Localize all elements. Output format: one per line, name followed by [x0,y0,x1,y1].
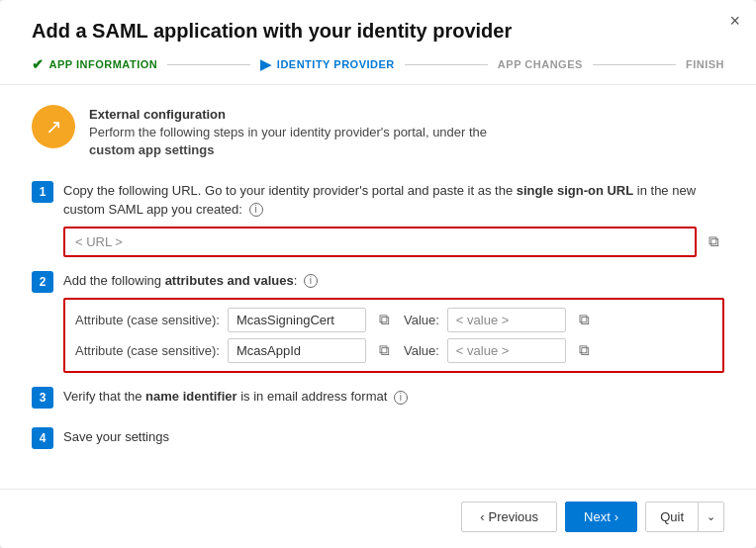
copy-icon-value-1: ⧉ [579,311,590,328]
copy-value-2-button[interactable]: ⧉ [574,339,596,361]
value-input-1[interactable] [447,308,566,332]
step-number-1: 1 [32,181,53,203]
step-description-2: Add the following attributes and values:… [63,272,724,290]
step-app-information[interactable]: ✔ APP INFORMATION [32,56,157,72]
step-line-2 [405,64,488,65]
previous-button[interactable]: ‹ Previous [461,502,557,532]
attribute-row-1: Attribute (case sensitive): ⧉ Value: ⧉ [75,308,712,332]
copy-icon-attr-2: ⧉ [379,341,390,359]
step-description-1: Copy the following URL. Go to your ident… [63,182,724,218]
step-item-4: 4 Save your settings [32,427,724,454]
attribute-input-2[interactable] [228,338,366,363]
quit-label: Quit [660,509,684,524]
copy-attr-2-button[interactable]: ⧉ [374,339,396,361]
stepper: ✔ APP INFORMATION ▶ IDENTITY PROVIDER AP… [32,56,724,72]
config-header: ↗ External configuration Perform the fol… [32,105,724,161]
step-line-1 [167,64,250,65]
value-input-2[interactable] [447,338,566,363]
chevron-left-icon: ‹ [480,509,484,524]
config-heading: External configuration [89,107,487,122]
step-identity-provider-label: IDENTITY PROVIDER [277,58,395,70]
step-description-3: Verify that the name identifier is in em… [63,388,724,406]
next-button[interactable]: Next › [565,502,637,532]
step-app-changes[interactable]: APP CHANGES [498,58,583,70]
modal-body: ↗ External configuration Perform the fol… [0,85,756,489]
step-description-4: Save your settings [63,428,724,446]
chevron-down-icon: ⌄ [707,510,715,522]
quit-split-button: Quit ⌄ [645,502,724,532]
step-content-4: Save your settings [63,427,724,454]
info-icon-1[interactable]: i [249,203,263,217]
step-item-1: 1 Copy the following URL. Go to your ide… [32,181,724,256]
step-identity-provider[interactable]: ▶ IDENTITY PROVIDER [260,56,394,72]
quit-button[interactable]: Quit [646,502,698,531]
attributes-box: Attribute (case sensitive): ⧉ Value: ⧉ [63,298,724,373]
copy-icon: ⧉ [709,232,719,250]
step-app-information-label: APP INFORMATION [49,58,158,70]
config-icon: ↗ [32,105,75,148]
modal-footer: ‹ Previous Next › Quit ⌄ [0,489,756,548]
close-button[interactable]: × [729,12,740,30]
step-content-2: Add the following attributes and values:… [63,271,724,373]
attribute-label-1: Attribute (case sensitive): [75,313,220,327]
step-finish-label: FINISH [686,58,724,70]
url-input-wrap: ⧉ [63,227,724,257]
step-app-changes-label: APP CHANGES [498,58,583,70]
next-label: Next [584,509,611,524]
attribute-row-2: Attribute (case sensitive): ⧉ Value: ⧉ [75,338,712,363]
attribute-label-2: Attribute (case sensitive): [75,343,220,358]
modal: × Add a SAML application with your ident… [0,0,756,548]
attribute-input-1[interactable] [228,308,366,332]
check-icon: ✔ [32,56,45,72]
copy-icon-attr-1: ⧉ [379,311,390,328]
copy-icon-value-2: ⧉ [579,341,590,359]
step-item-3: 3 Verify that the name identifier is in … [32,387,724,413]
external-link-icon: ↗ [46,115,62,138]
step-number-2: 2 [32,271,53,293]
modal-header: Add a SAML application with your identit… [0,0,756,85]
chevron-right-icon: › [614,509,618,524]
quit-dropdown-button[interactable]: ⌄ [698,502,723,531]
config-description: Perform the following steps in your iden… [89,124,487,159]
value-label-1: Value: [404,313,439,327]
step-item-2: 2 Add the following attributes and value… [32,271,724,373]
previous-label: Previous [489,509,539,524]
value-label-2: Value: [404,343,439,358]
config-text: External configuration Perform the follo… [89,105,487,161]
play-icon: ▶ [260,56,272,72]
step-number-3: 3 [32,387,53,409]
copy-attr-1-button[interactable]: ⧉ [374,309,396,330]
step-number-4: 4 [32,427,53,449]
modal-title: Add a SAML application with your identit… [32,20,724,43]
step-finish[interactable]: FINISH [686,58,724,70]
copy-value-1-button[interactable]: ⧉ [574,309,596,330]
copy-url-button[interactable]: ⧉ [703,230,724,252]
step-line-3 [593,64,676,65]
info-icon-2[interactable]: i [304,274,318,288]
step-content-3: Verify that the name identifier is in em… [63,387,724,413]
url-input[interactable] [63,227,697,257]
info-icon-3[interactable]: i [394,391,408,405]
step-content-1: Copy the following URL. Go to your ident… [63,181,724,256]
